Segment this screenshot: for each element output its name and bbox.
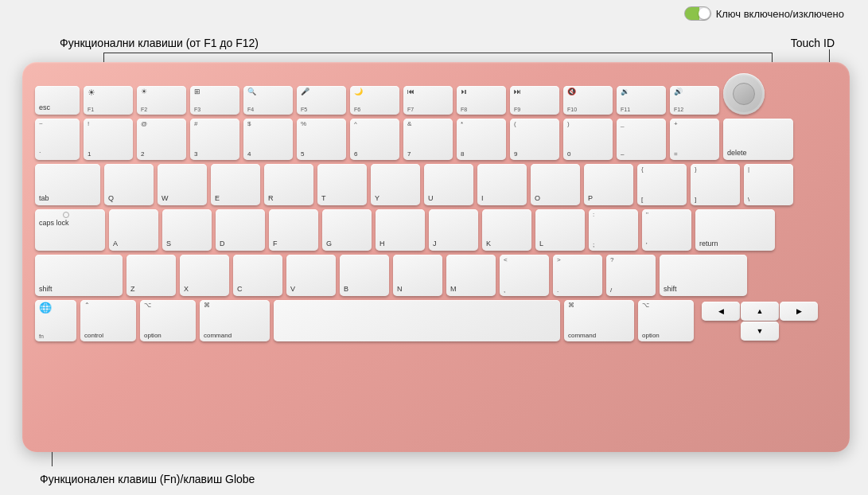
key-touchid[interactable] <box>723 73 765 115</box>
key-arrow-left[interactable]: ◀ <box>702 302 740 321</box>
key-minus[interactable]: _ – <box>617 119 666 160</box>
key-u[interactable]: U <box>424 164 473 205</box>
key-e[interactable]: E <box>211 164 260 205</box>
asdf-row: caps lock A S D F G H J K L : ; " ' retu… <box>35 209 837 251</box>
key-8[interactable]: * 8 <box>457 119 506 160</box>
key-slash[interactable]: ? / <box>606 255 656 296</box>
key-fn-globe[interactable]: 🌐 fn <box>35 300 76 341</box>
key-n[interactable]: N <box>393 255 442 296</box>
key-f3[interactable]: ⊞ F3 <box>190 86 239 115</box>
key-esc[interactable]: esc <box>35 86 80 115</box>
key-backtick[interactable]: ~ ` <box>35 119 80 160</box>
key-v[interactable]: V <box>286 255 336 296</box>
key-2[interactable]: @ 2 <box>137 119 186 160</box>
key-c[interactable]: C <box>233 255 282 296</box>
key-option-right[interactable]: ⌥ option <box>638 300 694 341</box>
qwerty-row: tab Q W E R T Y U I O P { [ } ] | <box>35 164 837 205</box>
key-a[interactable]: A <box>109 209 158 251</box>
key-p[interactable]: P <box>584 164 633 205</box>
toggle-area: Ключ включено/изключено <box>684 6 844 21</box>
key-f4[interactable]: 🔍 F4 <box>243 86 293 115</box>
key-s[interactable]: S <box>162 209 212 251</box>
key-h[interactable]: H <box>376 209 425 251</box>
key-f6[interactable]: 🌙 F6 <box>350 86 399 115</box>
key-l[interactable]: L <box>535 209 585 251</box>
keyboard: esc ☀ F1 ☀ F2 ⊞ F3 🔍 F4 <box>22 62 850 452</box>
key-caps-lock[interactable]: caps lock <box>35 209 105 251</box>
key-y[interactable]: Y <box>371 164 420 205</box>
key-option-left[interactable]: ⌥ option <box>140 300 196 341</box>
key-command-left[interactable]: ⌘ command <box>200 300 270 341</box>
key-6[interactable]: ^ 6 <box>350 119 399 160</box>
key-quote[interactable]: " ' <box>642 209 691 251</box>
key-f12[interactable]: 🔊 F12 <box>670 86 719 115</box>
key-command-right[interactable]: ⌘ command <box>564 300 634 341</box>
key-equals[interactable]: + = <box>670 119 719 160</box>
power-toggle[interactable] <box>684 6 711 21</box>
key-shift-left[interactable]: shift <box>35 255 123 296</box>
key-t[interactable]: T <box>317 164 367 205</box>
key-semicolon[interactable]: : ; <box>589 209 638 251</box>
key-j[interactable]: J <box>429 209 478 251</box>
arrow-cluster: ◀ ▲ ▼ ▶ <box>702 302 818 341</box>
key-f5[interactable]: 🎤 F5 <box>297 86 346 115</box>
key-f7[interactable]: ⏮ F7 <box>403 86 453 115</box>
bottom-annotation: Функционален клавиш (Fn)/клавиш Globe <box>40 473 255 485</box>
key-q[interactable]: Q <box>104 164 154 205</box>
bottom-row: 🌐 fn ⌃ control ⌥ option ⌘ command <box>35 300 837 341</box>
key-comma[interactable]: < , <box>500 255 549 296</box>
key-period[interactable]: > . <box>553 255 602 296</box>
key-arrow-right[interactable]: ▶ <box>780 302 818 321</box>
key-control-left[interactable]: ⌃ control <box>80 300 136 341</box>
key-f1[interactable]: ☀ F1 <box>84 86 133 115</box>
key-f11[interactable]: 🔉 F11 <box>617 86 666 115</box>
key-4[interactable]: $ 4 <box>243 119 293 160</box>
bottom-line <box>52 450 53 466</box>
number-row: ~ ` ! 1 @ 2 # 3 $ <box>35 119 837 160</box>
key-d[interactable]: D <box>216 209 265 251</box>
key-f8[interactable]: ⏯ F8 <box>457 86 506 115</box>
key-f10[interactable]: 🔇 F10 <box>563 86 613 115</box>
key-0[interactable]: ) 0 <box>563 119 613 160</box>
key-7[interactable]: & 7 <box>403 119 453 160</box>
zxcv-row: shift Z X C V B N M < , > . ? / <box>35 255 837 296</box>
fn-key-row: esc ☀ F1 ☀ F2 ⊞ F3 🔍 F4 <box>35 73 837 115</box>
key-shift-right[interactable]: shift <box>660 255 747 296</box>
key-r[interactable]: R <box>264 164 313 205</box>
key-f9[interactable]: ⏭ F9 <box>510 86 559 115</box>
key-i[interactable]: I <box>477 164 527 205</box>
key-o[interactable]: O <box>531 164 580 205</box>
key-5[interactable]: % 5 <box>297 119 346 160</box>
key-k[interactable]: K <box>482 209 531 251</box>
key-9[interactable]: ( 9 <box>510 119 559 160</box>
key-bracket-right[interactable]: } ] <box>691 164 740 205</box>
key-delete[interactable]: delete <box>723 119 793 160</box>
key-arrow-up[interactable]: ▲ <box>741 302 779 321</box>
key-3[interactable]: # 3 <box>190 119 239 160</box>
key-g[interactable]: G <box>322 209 372 251</box>
fn-keys-annotation: Функционални клавиши (от F1 до F12) <box>60 37 259 49</box>
key-arrow-down[interactable]: ▼ <box>741 322 779 341</box>
key-return[interactable]: return <box>695 209 775 251</box>
key-space[interactable] <box>274 300 560 341</box>
key-w[interactable]: W <box>158 164 207 205</box>
key-x[interactable]: X <box>180 255 229 296</box>
touchid-annotation: Touch ID <box>791 37 835 49</box>
key-bracket-left[interactable]: { [ <box>637 164 687 205</box>
key-f2[interactable]: ☀ F2 <box>137 86 186 115</box>
toggle-label: Ключ включено/изключено <box>716 8 844 20</box>
key-b[interactable]: B <box>340 255 389 296</box>
key-f[interactable]: F <box>269 209 318 251</box>
key-backslash[interactable]: | \ <box>744 164 793 205</box>
key-1[interactable]: ! 1 <box>84 119 133 160</box>
key-tab[interactable]: tab <box>35 164 100 205</box>
fn-keys-line-h <box>103 53 772 53</box>
key-m[interactable]: M <box>446 255 496 296</box>
key-z[interactable]: Z <box>127 255 176 296</box>
